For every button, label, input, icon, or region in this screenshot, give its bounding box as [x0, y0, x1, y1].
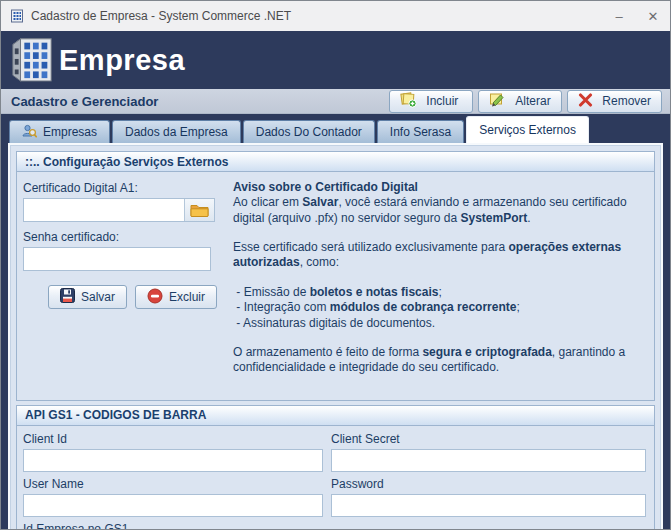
app-window: Cadastro de Empresa - System Commerce .N… [0, 0, 671, 530]
minimize-button[interactable]: – [602, 1, 636, 31]
client-id-label: Client Id [23, 432, 323, 446]
cert-form-column: Certificado Digital A1: Senha certificad… [23, 179, 219, 390]
alterar-label: Alterar [515, 94, 550, 108]
user-name-field: User Name [23, 475, 323, 517]
cert-section-header: ::.. Configuração Serviços Externos [17, 152, 654, 172]
excluir-certificado-button[interactable]: Excluir [135, 285, 217, 309]
client-secret-field: Client Secret [331, 430, 646, 472]
tab-empresas-label: Empresas [43, 125, 97, 139]
id-empresa-field: Id Empresa no GS1 [23, 520, 323, 530]
gs1-section: API GS1 - CODIGOS DE BARRA Client Id Cli… [16, 405, 655, 530]
page-title: Cadastro e Gerenciador [11, 94, 158, 109]
tab-info-serasa[interactable]: Info Serasa [377, 120, 464, 143]
certificate-notice-text: Aviso sobre o Certificado Digital Ao cli… [233, 179, 646, 390]
edit-pencil-icon [489, 91, 506, 111]
tab-empresas[interactable]: Empresas [9, 120, 110, 143]
window-title: Cadastro de Empresa - System Commerce .N… [31, 9, 291, 23]
tab-dados-da-empresa[interactable]: Dados da Empresa [112, 120, 241, 143]
cert-section: ::.. Configuração Serviços Externos Cert… [16, 151, 655, 401]
tab-content-panel: ::.. Configuração Serviços Externos Cert… [8, 143, 663, 530]
client-secret-label: Client Secret [331, 432, 646, 446]
incluir-button[interactable]: Incluir [389, 90, 473, 113]
cert-input-wrap [23, 198, 215, 222]
app-name: Empresa [59, 44, 185, 77]
building-logo-icon [9, 33, 55, 87]
gs1-save-cell: Salvar [331, 520, 646, 530]
title-bar: Cadastro de Empresa - System Commerce .N… [1, 1, 670, 31]
senha-input-wrap [23, 247, 211, 271]
tab-info-serasa-label: Info Serasa [390, 125, 451, 139]
note-add-icon [400, 91, 417, 111]
toolbar: Incluir Alterar Remover [389, 90, 662, 113]
sub-header: Cadastro e Gerenciador Incluir [1, 89, 670, 114]
alterar-button[interactable]: Alterar [478, 90, 562, 113]
remove-x-icon [578, 93, 593, 110]
browse-folder-button[interactable] [184, 199, 214, 221]
senha-label: Senha certificado: [23, 230, 219, 244]
gs1-section-header: API GS1 - CODIGOS DE BARRA [17, 406, 654, 426]
password-label: Password [331, 477, 646, 491]
close-button[interactable]: ✕ [636, 1, 670, 31]
client-id-field: Client Id [23, 430, 323, 472]
folder-icon [190, 203, 209, 217]
client-id-input[interactable] [23, 449, 323, 472]
client-secret-input[interactable] [331, 449, 646, 472]
user-search-icon [22, 124, 37, 141]
save-floppy-icon [60, 288, 75, 306]
tab-strip: Empresas Dados da Empresa Dados Do Conta… [8, 114, 663, 143]
incluir-label: Incluir [426, 94, 458, 108]
tab-dados-da-empresa-label: Dados da Empresa [125, 125, 228, 139]
minus-circle-icon [147, 288, 163, 307]
gs1-section-body: Client Id Client Secret User Name Passwo… [17, 426, 654, 530]
tab-dados-do-contador-label: Dados Do Contador [256, 125, 362, 139]
remover-button[interactable]: Remover [567, 90, 662, 113]
password-input[interactable] [331, 494, 646, 517]
id-empresa-label: Id Empresa no GS1 [23, 522, 323, 530]
cert-digital-label: Certificado Digital A1: [23, 181, 219, 195]
app-body: Empresas Dados da Empresa Dados Do Conta… [1, 114, 670, 530]
senha-input[interactable] [23, 247, 211, 271]
cert-section-body: Certificado Digital A1: Senha certificad… [17, 172, 654, 400]
window-building-icon [10, 9, 24, 23]
cert-buttons-row: Salvar Excluir [23, 285, 219, 309]
app-header: Empresa [1, 31, 670, 89]
tab-servicos-externos[interactable]: Serviços Externos [466, 116, 589, 143]
excluir-certificado-label: Excluir [169, 290, 205, 304]
tab-servicos-externos-label: Serviços Externos [479, 123, 576, 137]
remover-label: Remover [602, 94, 651, 108]
user-name-label: User Name [23, 477, 323, 491]
salvar-certificado-label: Salvar [81, 290, 115, 304]
password-field: Password [331, 475, 646, 517]
user-name-input[interactable] [23, 494, 323, 517]
tab-dados-do-contador[interactable]: Dados Do Contador [243, 120, 375, 143]
salvar-certificado-button[interactable]: Salvar [48, 285, 127, 309]
